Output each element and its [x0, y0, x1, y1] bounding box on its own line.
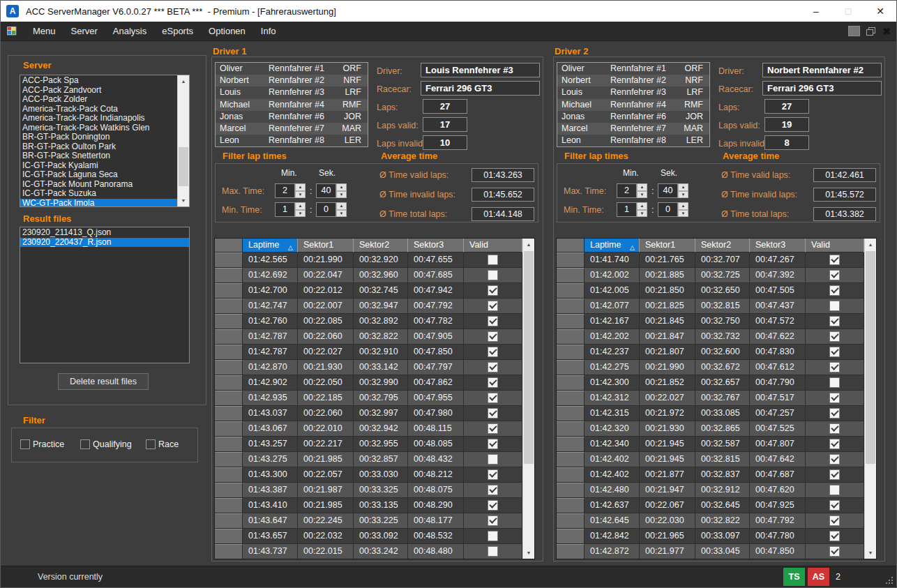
maximize-button[interactable]: □ [832, 1, 864, 22]
scroll-down-icon[interactable]: ▼ [865, 547, 876, 559]
roster-row[interactable]: JonasRennfahrer #6JOR [216, 111, 368, 123]
lap-row[interactable]: 01:41.74000:21.76500:32.70700:47.267 [557, 252, 864, 268]
lap-row[interactable]: 01:42.27500:21.99000:32.67200:47.612 [557, 360, 864, 375]
row-header-cell[interactable] [215, 467, 243, 483]
row-header-cell[interactable] [557, 314, 585, 329]
valid-checkbox[interactable] [488, 485, 498, 495]
max-time-min-stepper[interactable]: 2 ▲▼ [617, 183, 647, 198]
avg-invalid-field[interactable]: 01:45.572 [813, 188, 876, 202]
avg-valid-field[interactable]: 01:42.461 [813, 168, 876, 182]
racecar-field[interactable]: Ferrari 296 GT3 [762, 81, 882, 96]
driver-name-field[interactable]: Louis Rennfehrer #3 [421, 63, 540, 77]
column-header-sektor1[interactable]: Sektor1 [298, 239, 354, 252]
stepper-down-icon[interactable]: ▼ [295, 210, 306, 218]
menu-item-optionen[interactable]: Optionen [201, 22, 253, 40]
min-time-min-stepper[interactable]: 1 ▲▼ [617, 202, 647, 217]
server-list-item[interactable]: IC-GT-Pack Kyalami [20, 161, 177, 171]
valid-checkbox[interactable] [829, 255, 840, 265]
checkbox-icon[interactable] [80, 439, 90, 449]
lap-row[interactable]: 01:43.41000:21.98500:33.13500:48.290 [215, 498, 522, 513]
result-file-item[interactable]: 230920_220437_R.json [20, 238, 189, 248]
lap-row[interactable]: 01:43.64700:22.24500:33.22500:48.177 [215, 513, 522, 529]
valid-checkbox[interactable] [488, 255, 498, 265]
lap-row[interactable]: 01:42.48000:21.94700:32.91200:47.620 [557, 483, 864, 498]
row-header-cell[interactable] [557, 544, 585, 559]
row-header-cell[interactable] [215, 375, 243, 391]
lap-row[interactable]: 01:43.03700:22.06000:32.99700:47.980 [215, 406, 522, 421]
lap-row[interactable]: 01:42.93500:22.18500:32.79500:47.955 [215, 391, 522, 406]
row-header-cell[interactable] [215, 252, 243, 268]
valid-checkbox[interactable] [488, 439, 498, 449]
stepper-up-icon[interactable]: ▲ [336, 183, 347, 191]
stepper-down-icon[interactable]: ▼ [637, 191, 647, 199]
lap-row[interactable]: 01:42.90200:22.05000:32.99000:47.862 [215, 375, 522, 391]
stepper-down-icon[interactable]: ▼ [336, 191, 347, 199]
row-header-cell[interactable] [215, 406, 243, 421]
lap-row[interactable]: 01:42.16700:21.84500:32.75000:47.572 [557, 314, 864, 329]
valid-checkbox[interactable] [829, 393, 840, 403]
lap-row[interactable]: 01:43.25700:22.21700:32.95500:48.085 [215, 437, 522, 452]
stepper-up-icon[interactable]: ▲ [336, 202, 347, 210]
row-header-cell[interactable] [215, 421, 243, 437]
valid-checkbox[interactable] [488, 331, 498, 342]
roster-row[interactable]: MarcelRennfehrer #7MAR [216, 123, 368, 135]
column-header-sektor3[interactable]: Sektor3 [750, 239, 806, 252]
row-header-cell[interactable] [557, 345, 585, 360]
roster-row[interactable]: NorbertRennfahrer #2NRF [216, 75, 368, 86]
column-header-sektor2[interactable]: Sektor2 [354, 239, 408, 252]
driver-name-field[interactable]: Norbert Rennfahrer #2 [762, 63, 882, 77]
stepper-up-icon[interactable]: ▲ [678, 202, 688, 210]
valid-checkbox[interactable] [488, 393, 498, 403]
result-file-item[interactable]: 230920_211413_Q.json [20, 228, 189, 238]
valid-checkbox[interactable] [829, 377, 840, 388]
row-header-cell[interactable] [215, 529, 243, 544]
row-header-cell[interactable] [557, 406, 585, 421]
row-header-cell[interactable] [215, 513, 243, 529]
table-corner-cell[interactable] [557, 239, 585, 252]
resize-grip-icon[interactable] [886, 577, 893, 584]
close-button[interactable]: ✕ [864, 1, 896, 22]
lap-row[interactable]: 01:42.30000:21.85200:32.65700:47.790 [557, 375, 864, 391]
mdi-child-icon[interactable] [7, 27, 18, 36]
min-time-sek-stepper[interactable]: 0 ▲▼ [316, 202, 347, 217]
lap-row[interactable]: 01:42.00500:21.85000:32.65000:47.505 [557, 283, 864, 299]
racecar-field[interactable]: Ferrari 296 GT3 [421, 81, 540, 96]
laps-field[interactable]: 27 [764, 99, 809, 114]
laps-invalid-field[interactable]: 8 [764, 135, 809, 150]
lap-row[interactable]: 01:42.64500:22.03000:32.82200:47.792 [557, 513, 864, 529]
roster-row[interactable]: LeonRennfahrer #8LER [216, 135, 368, 146]
lap-row[interactable]: 01:43.38700:21.98700:33.32500:48.075 [215, 483, 522, 498]
scroll-down-icon[interactable]: ▼ [523, 547, 534, 559]
column-header-sektor3[interactable]: Sektor3 [408, 239, 464, 252]
row-header-cell[interactable] [215, 329, 243, 345]
row-header-cell[interactable] [557, 391, 585, 406]
minimize-button[interactable]: – [800, 1, 832, 22]
valid-checkbox[interactable] [488, 270, 498, 280]
row-header-cell[interactable] [557, 421, 585, 437]
valid-checkbox[interactable] [829, 301, 840, 311]
max-time-sek-stepper[interactable]: 40 ▲▼ [316, 183, 347, 198]
valid-checkbox[interactable] [829, 439, 840, 449]
lap-row[interactable]: 01:42.40200:21.87700:32.83700:47.687 [557, 467, 864, 483]
row-header-cell[interactable] [215, 360, 243, 375]
column-header-sektor1[interactable]: Sektor1 [640, 239, 695, 252]
lap-row[interactable]: 01:43.27500:21.98500:32.85700:48.432 [215, 452, 522, 467]
avg-valid-field[interactable]: 01:43.263 [472, 168, 534, 182]
avg-total-field[interactable]: 01:43.382 [813, 207, 876, 221]
lap-row[interactable]: 01:43.65700:22.03200:33.09200:48.532 [215, 529, 522, 544]
valid-checkbox[interactable] [829, 454, 840, 465]
row-header-cell[interactable] [215, 498, 243, 513]
menu-item-info[interactable]: Info [253, 22, 284, 40]
valid-checkbox[interactable] [488, 408, 498, 419]
checkbox-icon[interactable] [146, 439, 156, 449]
roster-row[interactable]: MichaelRennfahrer #4RMF [216, 99, 368, 111]
roster-row[interactable]: LouisRennfehrer #3LRF [216, 86, 368, 98]
column-header-valid[interactable]: Valid [464, 239, 522, 252]
valid-checkbox[interactable] [488, 301, 498, 311]
lap-row[interactable]: 01:42.78700:22.02700:32.91000:47.850 [215, 345, 522, 360]
valid-checkbox[interactable] [488, 531, 498, 541]
laps-invalid-field[interactable]: 10 [423, 135, 467, 150]
scroll-up-icon[interactable]: ▲ [523, 239, 534, 250]
menu-item-analysis[interactable]: Analysis [105, 22, 154, 40]
table-corner-cell[interactable] [215, 239, 243, 252]
